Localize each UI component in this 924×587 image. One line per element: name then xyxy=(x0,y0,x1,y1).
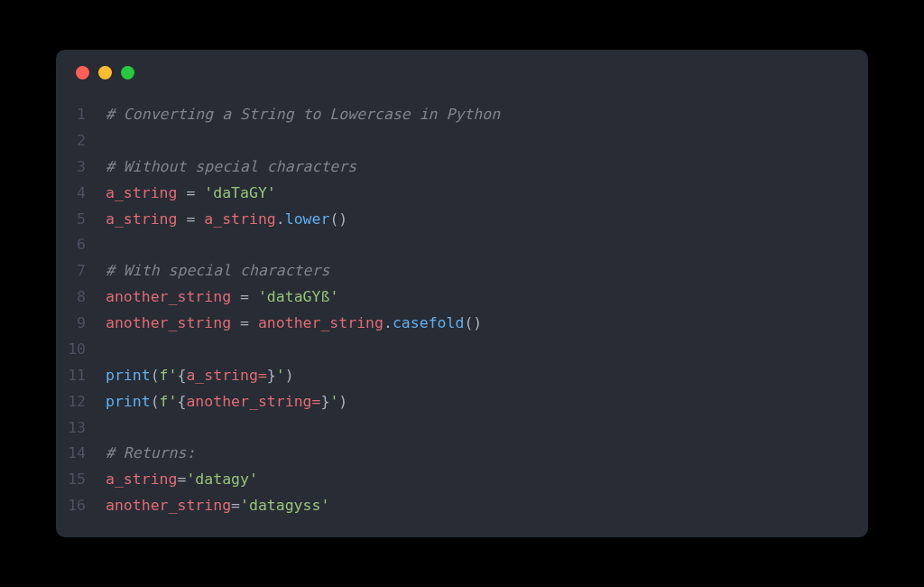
fstring-brace: { xyxy=(177,367,186,384)
identifier: another_string xyxy=(106,497,231,514)
code-line: 16 another_string='datagyss' xyxy=(56,493,868,519)
punctuation: ( xyxy=(151,367,160,384)
code-window: 1 # Converting a String to Lowercase in … xyxy=(56,50,868,537)
string-quote: ' xyxy=(258,288,267,305)
string-literal: daTaGY xyxy=(213,184,267,201)
fstring-prefix: f xyxy=(160,367,169,384)
line-number: 1 xyxy=(56,102,106,128)
fstring-brace: } xyxy=(267,367,276,384)
code-line: 12 print(f'{another_string=}') xyxy=(56,389,868,415)
string-quote: ' xyxy=(169,367,178,384)
string-quote: ' xyxy=(240,497,249,514)
line-number: 4 xyxy=(56,181,106,207)
builtin-function: print xyxy=(106,393,151,410)
string-literal: datagy xyxy=(195,471,249,488)
line-number: 14 xyxy=(56,441,106,467)
operator: = xyxy=(177,210,204,228)
fstring-expr: a_string= xyxy=(186,367,266,384)
identifier: another_string xyxy=(106,288,231,305)
maximize-icon[interactable] xyxy=(121,66,134,79)
punctuation: . xyxy=(383,314,393,331)
string-quote: ' xyxy=(329,393,338,410)
string-quote: ' xyxy=(320,497,329,514)
close-icon[interactable] xyxy=(76,66,89,79)
string-quote: ' xyxy=(169,393,178,410)
punctuation: . xyxy=(276,210,285,228)
comment: # Without special characters xyxy=(106,158,356,175)
builtin-function: print xyxy=(106,367,151,384)
line-number: 11 xyxy=(56,363,106,389)
line-number: 12 xyxy=(56,389,106,415)
operator: = xyxy=(231,288,258,305)
punctuation: () xyxy=(329,210,347,228)
identifier: another_string xyxy=(106,314,231,331)
line-number: 10 xyxy=(56,337,106,363)
string-quote: ' xyxy=(267,184,276,201)
punctuation: () xyxy=(464,314,482,331)
identifier: another_string xyxy=(258,314,383,331)
code-line: 8 another_string = 'dataGYß' xyxy=(56,284,868,311)
identifier: a_string xyxy=(106,210,177,228)
method-call: casefold xyxy=(393,314,464,331)
code-line: 4 a_string = 'daTaGY' xyxy=(56,181,868,207)
punctuation: ) xyxy=(285,367,294,384)
titlebar xyxy=(56,50,868,95)
fstring-brace: { xyxy=(177,393,186,410)
comment: # Returns: xyxy=(106,444,195,461)
code-line: 14 # Returns: xyxy=(56,441,868,467)
code-line: 6 xyxy=(56,232,868,258)
string-quote: ' xyxy=(249,471,258,488)
identifier: a_string xyxy=(106,184,177,201)
line-number: 15 xyxy=(56,467,106,493)
operator: = xyxy=(231,497,240,514)
code-line: 3 # Without special characters xyxy=(56,154,868,181)
code-line: 9 another_string = another_string.casefo… xyxy=(56,311,868,337)
string-quote: ' xyxy=(329,288,338,305)
code-line: 5 a_string = a_string.lower() xyxy=(56,207,868,233)
string-quote: ' xyxy=(204,184,213,201)
comment: # Converting a String to Lowercase in Py… xyxy=(106,106,500,123)
string-literal: dataGYß xyxy=(267,288,330,305)
identifier: a_string xyxy=(106,471,177,488)
code-line: 13 xyxy=(56,415,868,442)
code-line: 2 xyxy=(56,128,868,154)
fstring-prefix: f xyxy=(160,393,169,410)
line-number: 13 xyxy=(56,415,106,442)
string-literal: datagyss xyxy=(249,497,320,514)
line-number: 3 xyxy=(56,154,106,181)
operator: = xyxy=(177,471,186,488)
operator: = xyxy=(231,314,258,331)
code-line: 11 print(f'{a_string=}') xyxy=(56,363,868,389)
fstring-brace: } xyxy=(320,393,329,410)
line-number: 8 xyxy=(56,284,106,311)
line-number: 7 xyxy=(56,258,106,284)
line-number: 5 xyxy=(56,207,106,233)
line-number: 2 xyxy=(56,128,106,154)
punctuation: ) xyxy=(338,393,347,410)
method-call: lower xyxy=(285,210,330,228)
punctuation: ( xyxy=(151,393,160,410)
code-line: 7 # With special characters xyxy=(56,258,868,284)
code-editor: 1 # Converting a String to Lowercase in … xyxy=(56,95,868,537)
minimize-icon[interactable] xyxy=(98,66,112,79)
comment: # With special characters xyxy=(106,262,329,279)
line-number: 16 xyxy=(56,493,106,519)
fstring-expr: another_string= xyxy=(186,393,320,410)
operator: = xyxy=(177,184,204,201)
string-quote: ' xyxy=(276,367,285,384)
line-number: 9 xyxy=(56,311,106,337)
line-number: 6 xyxy=(56,232,106,258)
code-line: 10 xyxy=(56,337,868,363)
string-quote: ' xyxy=(186,471,195,488)
identifier: a_string xyxy=(204,210,275,228)
code-line: 15 a_string='datagy' xyxy=(56,467,868,493)
code-line: 1 # Converting a String to Lowercase in … xyxy=(56,102,868,128)
